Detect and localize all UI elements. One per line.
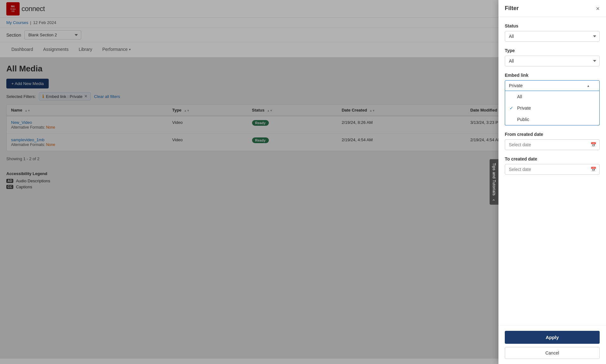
filter-to-date-label: To created date [505,156,600,161]
filter-embed-label: Embed link [505,73,600,78]
tips-chevron-icon: ‹ [492,199,497,201]
cancel-button[interactable]: Cancel [505,347,600,359]
embed-public-check [510,117,515,122]
filter-status-label: Status [505,23,600,28]
embed-dropdown-menu: All ✓ Private Public [505,91,600,125]
filter-panel-title: Filter [505,5,519,12]
apply-button[interactable]: Apply [505,331,600,344]
embed-public-label: Public [517,117,529,122]
filter-type-select[interactable]: All Video Audio Document [505,56,600,66]
filter-panel: Filter × Status All Ready Processing Err… [498,0,606,364]
filter-section-status: Status All Ready Processing Error [505,23,600,42]
filter-section-from-date: From created date 📅 [505,132,600,150]
embed-option-all[interactable]: All [505,91,599,102]
embed-selected-value: Private [509,83,523,88]
embed-all-label: All [517,94,522,99]
filter-embed-select[interactable]: Private ▲ [505,80,600,91]
embed-private-check: ✓ [510,106,515,111]
from-date-wrapper: 📅 [505,139,600,150]
embed-dropdown-icon: ▲ [587,84,590,88]
embed-all-check [510,94,515,99]
embed-option-private[interactable]: ✓ Private [505,102,599,114]
filter-panel-header: Filter × [498,0,606,17]
filter-status-select[interactable]: All Ready Processing Error [505,31,600,42]
tips-label: Tips and Tutorials [492,163,496,196]
filter-section-to-date: To created date 📅 [505,156,600,175]
filter-section-embed: Embed link Private ▲ All ✓ Private Publi… [505,73,600,125]
filter-panel-body: Status All Ready Processing Error Type A… [498,17,606,325]
to-date-wrapper: 📅 [505,164,600,175]
tips-and-tutorials-panel[interactable]: Tips and Tutorials ‹ [490,159,498,205]
filter-section-type: Type All Video Audio Document [505,48,600,66]
filter-close-button[interactable]: × [596,5,600,12]
filter-type-label: Type [505,48,600,53]
filter-from-date-label: From created date [505,132,600,137]
embed-option-public[interactable]: Public [505,114,599,125]
embed-private-label: Private [517,106,531,111]
from-date-input[interactable] [505,139,600,150]
to-date-input[interactable] [505,164,600,175]
filter-panel-footer: Apply Cancel [498,325,606,364]
